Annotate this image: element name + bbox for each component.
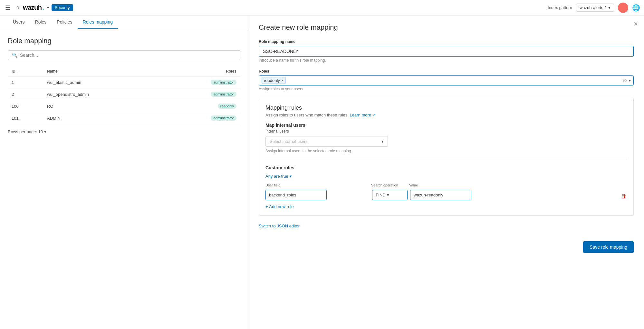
- add-rule-label: Add new rule: [269, 204, 294, 209]
- page-title: Role mapping: [8, 37, 240, 45]
- user-field-label: User field: [265, 183, 369, 187]
- cell-roles: administrator: [161, 76, 240, 88]
- index-pattern-value: wazuh-alerts-*: [580, 5, 606, 10]
- any-are-true-label: Any are true: [265, 174, 288, 179]
- cell-id: 100: [8, 100, 43, 112]
- roles-label: Roles: [259, 69, 634, 74]
- role-mapping-table: ID ↑ Name Roles 1 wui_elastic_admin admi…: [8, 66, 240, 124]
- cell-name: wui_opendistro_admin: [43, 88, 161, 100]
- roles-group: Roles readonly × ⊗ ▾ Assign roles to you…: [259, 69, 634, 91]
- any-are-true-arrow: ▾: [290, 174, 292, 179]
- index-pattern-dropdown[interactable]: wazuh-alerts-* ▾: [576, 4, 614, 12]
- add-rule-icon: +: [265, 204, 268, 209]
- any-are-true-button[interactable]: Any are true ▾: [265, 174, 292, 179]
- search-input[interactable]: [20, 53, 236, 58]
- tab-users[interactable]: Users: [8, 15, 30, 29]
- logo-text: wazuh: [23, 4, 42, 11]
- switch-json-button[interactable]: Switch to JSON editor: [259, 224, 300, 228]
- map-internal-title: Map internal users: [265, 123, 627, 128]
- index-pattern-label: Index pattern: [548, 5, 572, 10]
- top-nav: ☰ ⌂ wazuh . ▾ Security Index pattern waz…: [0, 0, 644, 15]
- nav-right: Index pattern wazuh-alerts-* ▾ 🌐: [548, 3, 640, 13]
- cell-name: wui_elastic_admin: [43, 76, 161, 88]
- roles-dropdown-arrow[interactable]: ▾: [629, 78, 631, 83]
- tab-policies[interactable]: Policies: [52, 15, 77, 29]
- role-badge: readonly: [218, 104, 236, 109]
- role-tag-text: readonly: [264, 78, 280, 83]
- tab-bar: Users Roles Policies Roles mapping: [0, 15, 248, 29]
- role-mapping-name-label: Role mapping name: [259, 39, 634, 44]
- cell-id: 2: [8, 88, 43, 100]
- mapping-rules-desc: Assign roles to users who match these ru…: [265, 113, 627, 117]
- col-name: Name: [43, 66, 161, 76]
- rule-operation-select[interactable]: FIND ▾: [372, 190, 408, 200]
- home-icon[interactable]: ⌂: [14, 3, 20, 12]
- custom-rules-title: Custom rules: [265, 165, 627, 170]
- right-panel: × Create new role mapping Role mapping n…: [248, 15, 644, 329]
- mapping-rules-card: Mapping rules Assign roles to users who …: [259, 98, 634, 216]
- role-mapping-name-group: Role mapping name Introduce a name for t…: [259, 39, 634, 63]
- roles-hint: Assign roles to your users.: [259, 87, 634, 91]
- security-badge[interactable]: Security: [52, 4, 73, 11]
- internal-users-hint: Assign internal users to the selected ro…: [265, 149, 627, 153]
- map-internal-section: Map internal users Internal users Select…: [265, 123, 627, 153]
- search-icon: 🔍: [12, 53, 17, 58]
- rows-per-page[interactable]: Rows per page: 10 ▾: [8, 129, 240, 134]
- delete-rule-button[interactable]: 🗑: [621, 193, 627, 200]
- left-panel: Users Roles Policies Roles mapping Role …: [0, 15, 248, 329]
- sort-arrow-id: ↑: [17, 70, 19, 73]
- table-row[interactable]: 101 ADMIN administrator: [8, 112, 240, 124]
- cell-roles: readonly: [161, 100, 240, 112]
- index-dropdown-arrow: ▾: [608, 5, 610, 10]
- rule-row-headers: User field Search operation Value: [265, 183, 627, 200]
- role-badge: administrator: [211, 115, 236, 121]
- table-row[interactable]: 2 wui_opendistro_admin administrator: [8, 88, 240, 100]
- table-row[interactable]: 1 wui_elastic_admin administrator: [8, 76, 240, 88]
- cell-roles: administrator: [161, 88, 240, 100]
- globe-icon[interactable]: 🌐: [632, 4, 640, 12]
- cell-id: 101: [8, 112, 43, 124]
- rule-operation-arrow: ▾: [387, 193, 389, 197]
- col-id[interactable]: ID ↑: [8, 66, 43, 76]
- mapping-rules-title: Mapping rules: [265, 105, 627, 111]
- value-label: Value: [409, 183, 615, 187]
- role-mapping-name-input[interactable]: [259, 46, 634, 57]
- nav-logo: wazuh .: [23, 4, 44, 12]
- user-avatar[interactable]: [618, 3, 628, 13]
- col-roles: Roles: [161, 66, 240, 76]
- search-bar[interactable]: 🔍: [8, 50, 240, 60]
- table-row[interactable]: 100 RO readonly: [8, 100, 240, 112]
- panel-title: Create new role mapping: [259, 23, 634, 32]
- role-badge: administrator: [211, 80, 236, 85]
- divider: [265, 160, 627, 160]
- learn-more-link[interactable]: Learn more ↗: [350, 113, 376, 117]
- internal-users-sublabel: Internal users: [265, 129, 627, 134]
- rows-per-page-label: Rows per page: 10: [8, 129, 43, 134]
- logo-dot: .: [43, 4, 44, 12]
- rule-value-input[interactable]: [410, 190, 471, 200]
- role-tag: readonly ×: [262, 77, 286, 84]
- role-mapping-name-hint: Introduce a name for this role mapping.: [259, 58, 634, 63]
- add-rule-button[interactable]: + Add new rule: [265, 204, 293, 209]
- role-mapping-content: Role mapping 🔍 ID ↑ Name Roles: [0, 29, 248, 142]
- cell-id: 1: [8, 76, 43, 88]
- rule-field-input[interactable]: [265, 190, 327, 200]
- learn-more-icon: ↗: [371, 113, 376, 117]
- rule-row: FIND ▾ 🗑: [265, 190, 627, 200]
- menu-icon[interactable]: ☰: [4, 3, 12, 13]
- rows-per-page-arrow: ▾: [44, 129, 46, 134]
- select-placeholder: Select internal users: [270, 139, 308, 144]
- cell-name: RO: [43, 100, 161, 112]
- role-tag-close[interactable]: ×: [281, 78, 284, 83]
- rule-operation-value: FIND: [376, 193, 385, 197]
- cell-name: ADMIN: [43, 112, 161, 124]
- close-button[interactable]: ×: [634, 21, 638, 27]
- roles-clear-button[interactable]: ⊗: [623, 77, 627, 84]
- save-role-mapping-button[interactable]: Save role mapping: [583, 241, 634, 253]
- tab-roles-mapping[interactable]: Roles mapping: [78, 15, 118, 29]
- nav-dropdown-arrow[interactable]: ▾: [47, 5, 49, 10]
- roles-input-wrapper[interactable]: readonly × ⊗ ▾: [259, 75, 634, 85]
- main-layout: Users Roles Policies Roles mapping Role …: [0, 15, 644, 329]
- internal-users-dropdown[interactable]: Select internal users ▾: [265, 136, 388, 147]
- tab-roles[interactable]: Roles: [30, 15, 52, 29]
